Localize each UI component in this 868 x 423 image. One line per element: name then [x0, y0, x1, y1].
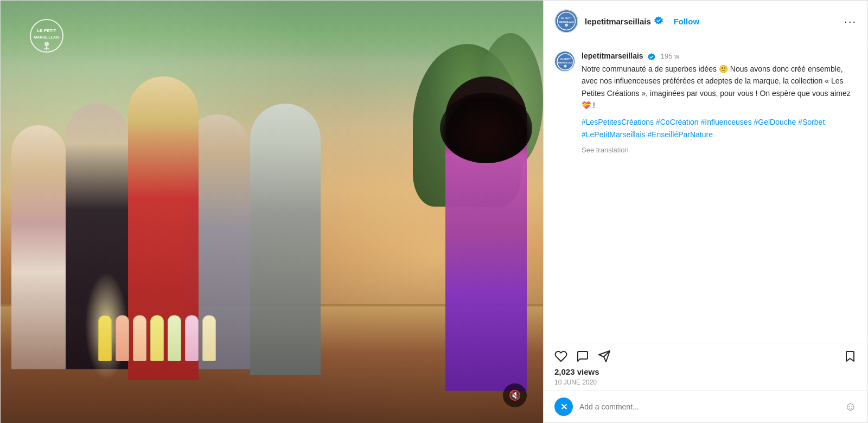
svg-text:LE PETIT: LE PETIT	[37, 28, 56, 33]
caption-time: 195 w	[661, 52, 680, 60]
svg-point-3	[44, 42, 49, 46]
dot-separator: ·	[667, 17, 669, 25]
svg-text:MARSEILLAIS: MARSEILLAIS	[559, 21, 574, 23]
mute-button[interactable]: 🔇	[503, 383, 527, 407]
svg-point-16	[564, 65, 567, 68]
caption-text: Notre communauté a de superbes idées 🙂 N…	[582, 63, 857, 112]
bookmark-icon	[844, 350, 857, 363]
comment-icon	[576, 350, 589, 363]
comment-input-area: ✕ ☺	[544, 390, 867, 422]
mute-icon: 🔇	[509, 389, 521, 401]
caption-header: LE PETIT MARSEILLAIS lepetitmarseillais …	[554, 51, 857, 154]
more-options-button[interactable]: ···	[844, 15, 857, 28]
commenter-avatar: ✕	[554, 398, 573, 416]
post-date: 10 June 2020	[554, 379, 857, 386]
svg-point-11	[565, 24, 567, 27]
svg-text:MARSEILLAIS: MARSEILLAIS	[34, 35, 60, 39]
post-header: LE PETIT MARSEILLAIS lepetitmarseillais …	[544, 1, 867, 42]
svg-text:MARSEILLAIS: MARSEILLAIS	[558, 61, 572, 64]
brand-logo-overlay: LE PETIT MARSEILLAIS	[22, 17, 71, 62]
logo-svg: LE PETIT MARSEILLAIS	[22, 17, 71, 60]
info-panel: LE PETIT MARSEILLAIS lepetitmarseillais …	[543, 1, 867, 422]
media-area: LE PETIT MARSEILLAIS	[1, 1, 543, 423]
instagram-post: LE PETIT MARSEILLAIS	[0, 0, 868, 423]
caption-body: lepetitmarseillais 195 w Notre communaut…	[582, 51, 857, 154]
header-username[interactable]: lepetitmarseillais	[585, 17, 651, 26]
action-icons-row	[554, 350, 857, 363]
caption-verified-badge	[648, 52, 658, 60]
like-button[interactable]	[554, 350, 567, 363]
svg-text:LE PETIT: LE PETIT	[561, 17, 572, 20]
share-icon	[598, 350, 611, 363]
caption-avatar[interactable]: LE PETIT MARSEILLAIS	[554, 51, 575, 72]
save-button[interactable]	[844, 350, 857, 363]
header-avatar-image: LE PETIT MARSEILLAIS	[556, 10, 577, 32]
caption-hashtags[interactable]: #LesPetitesCréations #CoCréation #Influe…	[582, 116, 857, 142]
svg-text:LE PETIT: LE PETIT	[560, 58, 571, 61]
share-button[interactable]	[598, 350, 611, 363]
header-verified-badge	[654, 16, 663, 27]
caption-username[interactable]: lepetitmarseillais	[582, 52, 643, 60]
comment-input[interactable]	[579, 402, 838, 411]
views-count: 2,023 views	[554, 367, 857, 376]
header-avatar[interactable]: LE PETIT MARSEILLAIS	[554, 9, 578, 33]
actions-bar: 2,023 views 10 June 2020	[544, 343, 867, 390]
follow-button[interactable]: Follow	[674, 17, 700, 26]
caption-area: LE PETIT MARSEILLAIS lepetitmarseillais …	[544, 42, 867, 343]
header-info: lepetitmarseillais · Follow	[585, 16, 838, 27]
emoji-button[interactable]: ☺	[845, 400, 857, 414]
comment-button[interactable]	[576, 350, 589, 363]
see-translation-button[interactable]: See translation	[582, 146, 857, 154]
heart-icon	[554, 350, 567, 363]
